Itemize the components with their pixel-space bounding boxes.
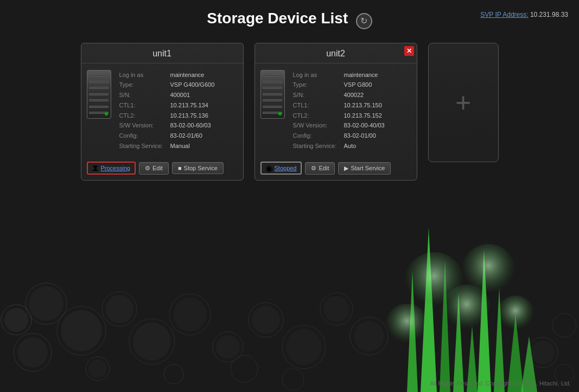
- unit2-server-image: [260, 70, 285, 119]
- label-config: Config:: [293, 131, 342, 141]
- info-row-starting: Starting Service: Manual: [119, 141, 238, 151]
- server-slot: [89, 74, 109, 76]
- unit1-body: Log in as maintenance Type: VSP G400/G60…: [81, 63, 243, 158]
- label-sn: S/N:: [293, 90, 342, 100]
- label-sn: S/N:: [119, 90, 168, 100]
- info-row-sw: S/W Version: 83-02-00-40/03: [293, 120, 411, 131]
- info-row-ctl2: CTL2: 10.213.75.136: [119, 111, 238, 121]
- unit1-server-image: [87, 70, 111, 119]
- unit2-card: unit2 ✕ Log: [254, 43, 417, 181]
- play-icon: ▶: [344, 165, 348, 172]
- server-slot: [263, 99, 282, 101]
- info-row-config: Config: 83-02-01/60: [119, 131, 238, 141]
- unit2-body: Log in as maintenance Type: VSP G800 S/N…: [255, 63, 417, 158]
- info-row-sw: S/W Version: 83-02-00-60/03: [119, 120, 238, 131]
- label-ctl2: CTL2:: [119, 111, 168, 121]
- unit2-edit-button[interactable]: ⚙ Edit: [305, 162, 335, 175]
- server-led: [278, 112, 282, 115]
- unit1-server-icon: [87, 70, 114, 151]
- info-row-sn: S/N: 400022: [293, 90, 411, 100]
- server-slot: [263, 81, 282, 83]
- info-row-login: Log in as maintenance: [293, 70, 411, 80]
- copyright-text: All Rights Reserved. Copyright (C) 2015,…: [430, 380, 571, 387]
- hourglass-icon: ⧗: [92, 165, 99, 171]
- circle-icon: ◉: [266, 165, 272, 171]
- unit1-info: Log in as maintenance Type: VSP G400/G60…: [119, 70, 238, 151]
- unit1-status-text[interactable]: Processing: [101, 165, 130, 171]
- value-starting: Auto: [344, 141, 357, 151]
- label-login: Log in as: [119, 70, 168, 80]
- label-ctl1: CTL1:: [119, 100, 168, 111]
- page-title: Storage Device List: [207, 10, 348, 27]
- server-slot: [263, 106, 282, 108]
- info-row-login: Log in as maintenance: [119, 70, 238, 80]
- unit1-card: unit1 Log in as: [81, 43, 244, 181]
- unit2-status-text[interactable]: Stopped: [275, 165, 297, 171]
- stop-icon: ■: [178, 165, 182, 171]
- label-config: Config:: [119, 131, 168, 141]
- value-type: VSP G400/G600: [170, 80, 215, 90]
- unit1-title: unit1: [81, 43, 243, 63]
- label-type: Type:: [119, 80, 168, 90]
- unit2-server-icon: [260, 70, 288, 151]
- unit2-title: unit2: [255, 43, 417, 63]
- plus-icon: +: [455, 89, 471, 116]
- refresh-icon[interactable]: ↻: [356, 13, 372, 29]
- label-starting: Starting Service:: [293, 141, 342, 151]
- info-row-sn: S/N: 400001: [119, 90, 238, 100]
- info-row-type: Type: VSP G400/G600: [119, 80, 238, 90]
- server-slot: [89, 99, 109, 101]
- gear-icon: ⚙: [311, 165, 316, 172]
- gear-icon: ⚙: [145, 165, 150, 172]
- label-type: Type:: [293, 80, 342, 90]
- label-ctl2: CTL2:: [293, 111, 342, 121]
- unit1-stop-service-button[interactable]: ■ Stop Service: [172, 162, 224, 174]
- info-row-starting: Starting Service: Auto: [293, 141, 411, 151]
- server-led: [105, 112, 108, 115]
- value-login: maintenance: [170, 70, 205, 80]
- value-sw: 83-02-00-60/03: [170, 120, 211, 131]
- label-sw: S/W Version:: [293, 120, 342, 131]
- info-row-ctl1: CTL1: 10.213.75.134: [119, 100, 238, 111]
- info-row-ctl1: CTL1: 10.213.75.150: [293, 100, 411, 111]
- server-slot: [89, 87, 109, 89]
- server-slot: [89, 106, 109, 108]
- value-ctl1: 10.213.75.150: [344, 100, 382, 111]
- info-row-config: Config: 83-02-01/00: [293, 131, 411, 141]
- value-type: VSP G800: [344, 80, 372, 90]
- value-config: 83-02-01/60: [170, 131, 202, 141]
- page-content: SVP IP Address: 10.231.98.33 Storage Dev…: [0, 0, 579, 392]
- value-starting: Manual: [170, 141, 190, 151]
- unit2-close-button[interactable]: ✕: [404, 46, 414, 56]
- value-config: 83-02-01/00: [344, 131, 376, 141]
- footer: All Rights Reserved. Copyright (C) 2015,…: [430, 380, 571, 387]
- unit1-status-badge[interactable]: ⧗ Processing: [87, 162, 136, 175]
- value-ctl2: 10.213.75.136: [170, 111, 208, 121]
- unit2-status-badge[interactable]: ◉ Stopped: [260, 162, 302, 175]
- server-slot: [89, 93, 109, 95]
- refresh-button[interactable]: ↻: [356, 13, 372, 29]
- info-row-ctl2: CTL2: 10.213.75.152: [293, 111, 411, 121]
- value-sw: 83-02-00-40/03: [344, 120, 385, 131]
- server-slot: [89, 81, 109, 83]
- unit1-edit-button[interactable]: ⚙ Edit: [139, 162, 169, 175]
- unit2-footer: ◉ Stopped ⚙ Edit ▶ Start Service: [255, 157, 417, 180]
- value-sn: 400022: [344, 90, 364, 100]
- label-sw: S/W Version:: [119, 120, 168, 131]
- label-ctl1: CTL1:: [293, 100, 342, 111]
- value-ctl1: 10.213.75.134: [170, 100, 208, 111]
- unit1-footer: ⧗ Processing ⚙ Edit ■ Stop Service: [81, 157, 243, 180]
- unit2-info: Log in as maintenance Type: VSP G800 S/N…: [293, 70, 411, 151]
- label-login: Log in as: [293, 70, 342, 80]
- value-login: maintenance: [344, 70, 378, 80]
- label-starting: Starting Service:: [119, 141, 168, 151]
- unit2-start-service-button[interactable]: ▶ Start Service: [338, 162, 391, 175]
- server-slot: [263, 87, 282, 89]
- cards-container: unit1 Log in as: [0, 37, 579, 187]
- server-slot: [263, 74, 282, 76]
- value-sn: 400001: [170, 90, 190, 100]
- info-row-type: Type: VSP G800: [293, 80, 411, 90]
- add-device-button[interactable]: +: [428, 43, 499, 162]
- page-header: Storage Device List ↻: [0, 0, 579, 35]
- server-slot: [263, 93, 282, 95]
